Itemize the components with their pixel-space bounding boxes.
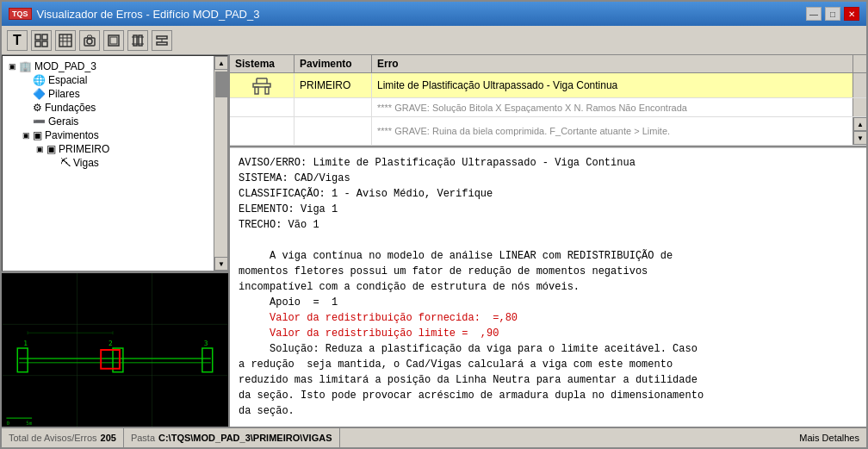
pavimentos-children: ▣ ▣ PRIMEIRO ⛏ Vigas [20,142,210,170]
main-window: TQS Visualizador de Erros - Edifício MOD… [0,0,868,449]
svg-text:0: 0 [6,420,9,426]
svg-rect-41 [265,87,269,94]
cad-preview-panel: 1 2 3 0 5m [2,271,228,427]
text-tool-button[interactable]: T [7,30,28,51]
frame-tool-button[interactable] [103,30,124,51]
column-tool-button[interactable] [127,30,148,51]
detail-line-4: ELEMENTO: Viga 1 [239,202,858,217]
svg-rect-17 [157,36,167,39]
status-bar: Total de Avisos/Erros 205 Pasta C:\TQS\M… [2,427,866,447]
svg-text:2: 2 [108,340,113,347]
detail-line-16: da seção. [239,403,858,419]
title-bar: TQS Visualizador de Erros - Edifício MOD… [2,2,866,26]
camera-tool-button[interactable] [79,30,100,51]
tree-label-gerais: Gerais [48,115,78,128]
table-tool-button[interactable] [55,30,76,51]
table-scrollbar-header [852,55,866,72]
tree-panel[interactable]: ▣ 🏢 MOD_PAD_3 🌐 Espacial 🔷 [2,55,228,271]
svg-rect-2 [35,41,40,47]
detail-line-6: A viga contínua no modelo de análise LIN… [239,248,858,264]
detail-line-7: momentos fletores possui um fator de red… [239,264,858,279]
tree-label-vigas: Vigas [73,157,99,169]
align-tool-button[interactable] [152,30,172,51]
cell-erro-2: **** GRAVE: Solução Bitola X Espaçamento… [372,98,852,116]
status-pasta-value: C:\TQS\MOD_PAD_3\PRIMEIRO\VIGAS [158,433,332,443]
error-row-2[interactable]: **** GRAVE: Solução Bitola X Espaçamento… [230,98,866,117]
tree-root-children: 🌐 Espacial 🔷 Pilares ⚙ Fundações [6,73,210,170]
minimize-button[interactable]: — [806,7,822,21]
window-controls: — □ ✕ [806,7,859,21]
cell-erro-1: Limite de Plastificação Ultrapassado - V… [372,73,852,97]
col-header-pavimento: Pavimento [294,55,372,72]
scroll-thumb[interactable] [215,72,227,97]
structure-icon [251,75,272,96]
svg-text:5m: 5m [26,420,33,426]
mais-detalhes-label[interactable]: Mais Detalhes [799,433,859,443]
cell-sistema-3 [230,117,294,145]
status-pasta-label: Pasta [131,433,155,443]
tree-label-espacial: Espacial [48,74,87,86]
right-panel: Sistema Pavimento Erro [230,55,866,427]
tree-item-root[interactable]: ▣ 🏢 MOD_PAD_3 [6,59,210,73]
close-button[interactable]: ✕ [844,7,859,21]
svg-rect-0 [35,34,40,40]
tree-item-pavimentos[interactable]: ▣ ▣ Pavimentos [20,128,210,142]
tree-scroll: ▣ 🏢 MOD_PAD_3 🌐 Espacial 🔷 [3,56,227,271]
cell-pavimento-2 [294,98,372,116]
primeiro-icon: ▣ [46,143,56,155]
error-table: Sistema Pavimento Erro [230,55,866,147]
svg-text:3: 3 [204,340,208,347]
expand-icon: ▣ [8,62,16,71]
tree-item-vigas[interactable]: ⛏ Vigas [47,156,210,170]
detail-line-9: Apoio = 1 [239,295,858,310]
svg-rect-1 [42,34,47,40]
detail-panel: AVISO/ERRO: Limite de Plastificação Ultr… [230,147,866,427]
tree-item-primeiro[interactable]: ▣ ▣ PRIMEIRO [34,142,210,156]
tqs-logo: TQS [9,8,32,20]
tree-label-root: MOD_PAD_3 [34,60,96,72]
cell-sistema-1 [230,73,294,97]
cell-erro-3: **** GRAVE: Ruina da biela comprimida. F… [372,117,852,145]
maximize-button[interactable]: □ [825,7,840,21]
table-scrollbar-right[interactable]: ▲ ▼ [852,117,866,145]
toolbar: T [2,26,866,55]
svg-point-9 [87,39,92,44]
primeiro-children: ⛏ Vigas [34,156,210,170]
tree-item-fundacoes[interactable]: ⚙ Fundações [20,101,210,115]
cell-pavimento-3 [294,117,372,145]
cad-canvas: 1 2 3 0 5m [2,273,228,427]
error-table-header: Sistema Pavimento Erro [230,55,866,73]
error-row-3[interactable]: **** GRAVE: Ruina da biela comprimida. F… [230,117,866,146]
primeiro-expand: ▣ [35,145,44,153]
status-pasta-section: Pasta C:\TQS\MOD_PAD_3\PRIMEIRO\VIGAS [124,428,340,447]
col-header-sistema: Sistema [230,55,294,72]
detail-line-12: Solução: Reduza a plastificação da viga … [239,341,858,357]
table-scroll-down[interactable]: ▼ [853,131,866,145]
tree-item-gerais[interactable]: ➖ Gerais [20,115,210,128]
pavimentos-icon: ▣ [33,129,42,141]
root-icon: 🏢 [19,60,32,72]
svg-text:1: 1 [23,340,28,347]
title-bar-left: TQS Visualizador de Erros - Edifício MOD… [9,8,259,21]
detail-spacer [239,233,858,248]
svg-rect-40 [255,87,258,94]
status-mais-detalhes-section[interactable]: Mais Detalhes [792,428,866,447]
detail-line-3: CLASSIFICAÇÃO: 1 - Aviso Médio, Verifiqu… [239,186,858,202]
table-scroll-up[interactable]: ▲ [853,117,866,131]
detail-line-1: AVISO/ERRO: Limite de Plastificação Ultr… [239,155,858,171]
pavimentos-expand: ▣ [22,131,30,140]
detail-line-13: a redução seja mantida, o Cad/Vigas calc… [239,357,858,372]
left-panel: ▣ 🏢 MOD_PAD_3 🌐 Espacial 🔷 [2,55,230,427]
detail-line-2: SISTEMA: CAD/Vigas [239,171,858,186]
vigas-icon: ⛏ [60,157,71,169]
tree-item-pilares[interactable]: 🔷 Pilares [20,87,210,101]
grid-tool-button[interactable] [31,30,52,51]
window-title: Visualizador de Erros - Edifício MOD_PAD… [37,8,260,21]
scroll-up-btn[interactable]: ▲ [214,56,228,70]
tree-scrollbar[interactable]: ▲ ▼ [214,56,227,271]
svg-rect-18 [157,42,167,45]
scroll-down-btn[interactable]: ▼ [214,257,228,271]
cell-pavimento-1: PRIMEIRO [294,73,372,97]
tree-item-espacial[interactable]: 🌐 Espacial [20,73,210,87]
error-row-1[interactable]: PRIMEIRO Limite de Plastificação Ultrapa… [230,73,866,98]
